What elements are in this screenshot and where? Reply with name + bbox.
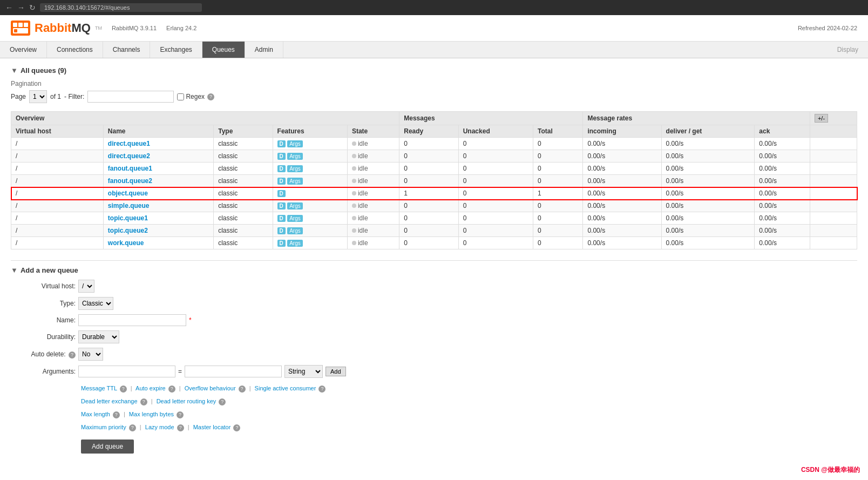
cell-name[interactable]: direct.queue2 bbox=[103, 150, 213, 163]
auto-expire-help[interactable]: ? bbox=[168, 386, 175, 393]
cell-name[interactable]: topic.queue1 bbox=[103, 212, 213, 225]
lazy-mode-link[interactable]: Lazy mode bbox=[145, 424, 174, 430]
msg-ttl-help[interactable]: ? bbox=[120, 386, 127, 393]
table-row[interactable]: /object.queueclassicD idle1010.00/s0.00/… bbox=[11, 187, 857, 200]
add-queue-toggle[interactable]: ▼ bbox=[11, 266, 18, 274]
feature-args-badge[interactable]: Args bbox=[287, 215, 303, 222]
nav-overview[interactable]: Overview bbox=[0, 42, 47, 58]
feature-d-badge[interactable]: D bbox=[277, 240, 286, 247]
dead-letter-routing-link[interactable]: Dead letter routing key bbox=[157, 398, 216, 404]
max-priority-link[interactable]: Maximum priority bbox=[81, 424, 126, 430]
regex-checkbox[interactable] bbox=[177, 93, 184, 100]
nav-channels[interactable]: Channels bbox=[103, 42, 151, 58]
max-priority-help[interactable]: ? bbox=[129, 424, 136, 431]
table-row[interactable]: /direct.queue2classicD Args idle0000.00/… bbox=[11, 150, 857, 163]
cell-features[interactable]: D Args bbox=[273, 163, 347, 175]
cell-name[interactable]: topic.queue2 bbox=[103, 225, 213, 237]
msg-ttl-link[interactable]: Message TTL bbox=[81, 385, 117, 391]
cell-name[interactable]: work.queue bbox=[103, 237, 213, 249]
table-row[interactable]: /simple.queueclassicD Args idle0000.00/s… bbox=[11, 200, 857, 212]
single-consumer-help[interactable]: ? bbox=[318, 386, 326, 393]
feature-d-badge[interactable]: D bbox=[277, 215, 286, 222]
table-row[interactable]: /topic.queue1classicD Args idle0000.00/s… bbox=[11, 212, 857, 225]
feature-d-badge[interactable]: D bbox=[277, 202, 286, 209]
feature-args-badge[interactable]: Args bbox=[287, 178, 303, 185]
cell-name[interactable]: simple.queue bbox=[103, 200, 213, 212]
cell-features[interactable]: D Args bbox=[273, 175, 347, 187]
table-row[interactable]: /direct.queue1classicD Args idle0000.00/… bbox=[11, 138, 857, 150]
feature-d-badge[interactable]: D bbox=[277, 165, 286, 172]
cell-features[interactable]: D Args bbox=[273, 138, 347, 150]
auto-delete-select[interactable]: No Yes bbox=[78, 348, 103, 361]
back-btn[interactable]: ← bbox=[5, 3, 13, 12]
nav-queues[interactable]: Queues bbox=[202, 42, 245, 58]
cell-name[interactable]: object.queue bbox=[103, 187, 213, 200]
max-length-help[interactable]: ? bbox=[113, 411, 120, 418]
cell-features[interactable]: D Args bbox=[273, 237, 347, 249]
max-length-bytes-help[interactable]: ? bbox=[177, 411, 184, 418]
dle-help[interactable]: ? bbox=[140, 398, 147, 405]
feature-d-badge[interactable]: D bbox=[277, 190, 286, 197]
add-arg-button[interactable]: Add bbox=[326, 367, 346, 376]
master-locator-help[interactable]: ? bbox=[233, 424, 240, 431]
feature-args-badge[interactable]: Args bbox=[287, 202, 303, 209]
cell-features[interactable]: D Args bbox=[273, 150, 347, 163]
table-row[interactable]: /fanout.queue1classicD Args idle0000.00/… bbox=[11, 163, 857, 175]
arg-key-input[interactable] bbox=[78, 366, 175, 377]
regex-help[interactable]: ? bbox=[207, 93, 214, 100]
type-select[interactable]: Classic bbox=[78, 297, 113, 310]
table-row[interactable]: /work.queueclassicD Args idle0000.00/s0.… bbox=[11, 237, 857, 249]
feature-d-badge[interactable]: D bbox=[277, 178, 286, 185]
regex-label[interactable]: Regex ? bbox=[177, 93, 214, 100]
address-bar[interactable] bbox=[40, 3, 202, 12]
auto-expire-link[interactable]: Auto expire bbox=[135, 385, 166, 391]
forward-btn[interactable]: → bbox=[17, 3, 25, 12]
feature-args-badge[interactable]: Args bbox=[287, 153, 303, 160]
feature-args-badge[interactable]: Args bbox=[287, 227, 303, 234]
feature-d-badge[interactable]: D bbox=[277, 153, 286, 160]
table-row[interactable]: /fanout.queue2classicD Args idle0000.00/… bbox=[11, 175, 857, 187]
cell-name[interactable]: fanout.queue2 bbox=[103, 175, 213, 187]
vhost-select[interactable]: / bbox=[78, 280, 94, 293]
feature-args-badge[interactable]: Args bbox=[287, 240, 303, 247]
feature-args-badge[interactable]: Args bbox=[287, 140, 303, 147]
dlrk-help[interactable]: ? bbox=[219, 398, 226, 405]
arg-val-input[interactable] bbox=[185, 366, 282, 377]
name-input[interactable] bbox=[78, 314, 186, 326]
cell-name[interactable]: direct.queue1 bbox=[103, 138, 213, 150]
single-consumer-link[interactable]: Single active consumer bbox=[255, 385, 316, 391]
nav-admin[interactable]: Admin bbox=[245, 42, 283, 58]
cell-name[interactable]: fanout.queue1 bbox=[103, 163, 213, 175]
section-toggle[interactable]: ▼ bbox=[11, 66, 18, 75]
queue-table: Overview Messages Message rates +/- Virt… bbox=[11, 111, 857, 249]
cell-features[interactable]: D Args bbox=[273, 212, 347, 225]
nav-connections[interactable]: Connections bbox=[47, 42, 103, 58]
cell-features[interactable]: D Args bbox=[273, 225, 347, 237]
overflow-help[interactable]: ? bbox=[239, 386, 246, 393]
add-queue-button[interactable]: Add queue bbox=[81, 440, 134, 454]
display-link[interactable]: Display bbox=[828, 42, 868, 58]
cell-features[interactable]: D Args bbox=[273, 200, 347, 212]
master-locator-link[interactable]: Master locator bbox=[193, 424, 231, 430]
durability-select[interactable]: Durable Transient bbox=[78, 330, 119, 343]
dead-letter-exchange-link[interactable]: Dead letter exchange bbox=[81, 398, 138, 404]
cell-features[interactable]: D bbox=[273, 187, 347, 200]
col-group-plusminus[interactable]: +/- bbox=[810, 112, 857, 125]
table-row[interactable]: /topic.queue2classicD Args idle0000.00/s… bbox=[11, 225, 857, 237]
hint-line3: Max length ? | Max length bytes ? bbox=[81, 408, 857, 420]
feature-args-badge[interactable]: Args bbox=[287, 165, 303, 172]
page-select[interactable]: 1 bbox=[29, 90, 47, 103]
nav-exchanges[interactable]: Exchanges bbox=[150, 42, 202, 58]
max-length-bytes-link[interactable]: Max length bytes bbox=[129, 411, 174, 417]
max-length-link[interactable]: Max length bbox=[81, 411, 110, 417]
overflow-link[interactable]: Overflow behaviour bbox=[185, 385, 236, 391]
filter-input[interactable] bbox=[87, 91, 174, 103]
lazy-mode-help[interactable]: ? bbox=[177, 424, 184, 431]
feature-d-badge[interactable]: D bbox=[277, 140, 286, 147]
cell-vhost: / bbox=[11, 138, 104, 150]
auto-delete-help[interactable]: ? bbox=[69, 351, 76, 359]
plus-minus-button[interactable]: +/- bbox=[815, 114, 828, 123]
arg-type-select[interactable]: String Number Boolean bbox=[284, 365, 323, 378]
feature-d-badge[interactable]: D bbox=[277, 227, 286, 234]
reload-btn[interactable]: ↻ bbox=[29, 3, 36, 12]
